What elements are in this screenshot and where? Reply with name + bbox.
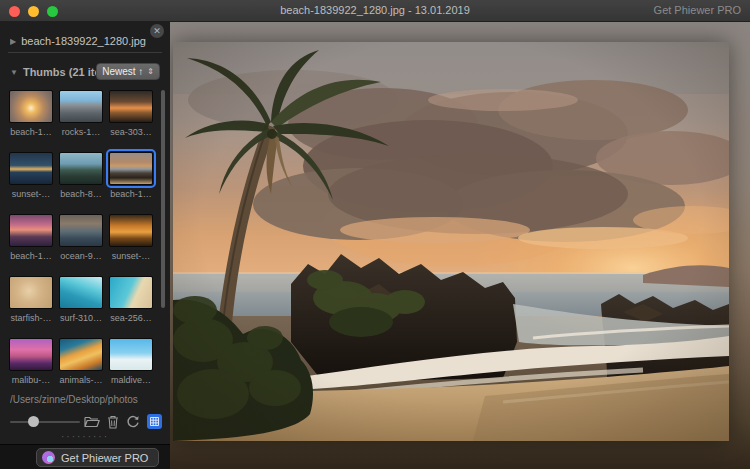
thumbnail-item[interactable]: animals-… (59, 338, 103, 385)
zoom-window-button[interactable] (47, 6, 58, 17)
thumbnail-label: sunset-… (9, 189, 53, 199)
thumbnail-image[interactable] (9, 214, 53, 247)
thumbnail-item[interactable]: surf-310… (59, 276, 103, 323)
window-title: beach-1839922_1280.jpg - 13.01.2019 (0, 0, 750, 21)
open-folder-icon[interactable] (84, 415, 100, 428)
titlebar: beach-1839922_1280.jpg - 13.01.2019 Get … (0, 0, 750, 22)
app-window: beach-1839922_1280.jpg - 13.01.2019 Get … (0, 0, 750, 469)
thumbnail-item[interactable]: sea-303… (109, 90, 153, 137)
thumbnail-item[interactable]: beach-1… (9, 90, 53, 137)
thumbnail-label: sea-303… (109, 127, 153, 137)
refresh-icon[interactable] (126, 415, 140, 429)
thumbs-view-toggle[interactable] (147, 414, 162, 429)
close-sidebar-icon[interactable]: ✕ (150, 24, 164, 38)
get-pro-link[interactable]: Get Phiewer PRO (654, 0, 741, 21)
thumbnail-image[interactable] (59, 276, 103, 309)
thumbnail-item[interactable]: rocks-1… (59, 90, 103, 137)
thumbnail-item[interactable]: sunset-… (109, 214, 153, 261)
get-pro-button-label: Get Phiewer PRO (61, 452, 148, 464)
thumbnail-label: beach-1… (9, 127, 53, 137)
thumbnail-label: ocean-9… (59, 251, 103, 261)
thumbnail-label: rocks-1… (59, 127, 103, 137)
thumbnail-image[interactable] (9, 152, 53, 185)
thumbnail-item[interactable]: ocean-9… (59, 214, 103, 261)
disclosure-expanded-icon[interactable]: ▼ (10, 68, 18, 77)
sidebar: ✕ ▶beach-1839922_1280.jpg ▼Thumbs (21 it… (0, 22, 170, 469)
thumbnail-label: beach-8… (59, 189, 103, 199)
sort-dropdown[interactable]: Newest ↑ ⇕ (96, 63, 160, 80)
current-file-row[interactable]: ▶beach-1839922_1280.jpg (10, 35, 146, 47)
thumbnail-item[interactable]: beach-1… (109, 152, 153, 199)
thumbnail-image[interactable] (109, 90, 153, 123)
thumbnail-image[interactable] (59, 152, 103, 185)
thumbnail-image[interactable] (109, 276, 153, 309)
sort-dropdown-label: Newest ↑ (102, 66, 143, 77)
current-file-name: beach-1839922_1280.jpg (21, 35, 146, 47)
phiewer-app-icon (42, 451, 55, 464)
thumbnail-item[interactable]: beach-1… (9, 214, 53, 261)
thumb-size-slider-knob[interactable] (28, 416, 39, 427)
image-viewer-backdrop (170, 22, 750, 469)
close-window-button[interactable] (9, 6, 20, 17)
thumbnail-image[interactable] (9, 338, 53, 371)
thumbnail-image-selected[interactable] (109, 152, 153, 185)
stepper-arrows-icon: ⇕ (147, 67, 154, 76)
resize-handle[interactable]: ········· (0, 433, 170, 441)
bottom-bar: Get Phiewer PRO (0, 444, 170, 469)
thumbnail-label: sunset-… (109, 251, 153, 261)
thumbnail-label: malibu-… (9, 375, 53, 385)
divider (8, 52, 162, 53)
thumbnail-grid: beach-1…rocks-1…sea-303…sunset-…beach-8…… (9, 90, 155, 385)
thumbnail-image[interactable] (59, 338, 103, 371)
thumbnail-image[interactable] (109, 214, 153, 247)
thumbnail-image[interactable] (59, 214, 103, 247)
thumbnail-image[interactable] (109, 338, 153, 371)
minimize-window-button[interactable] (28, 6, 39, 17)
thumbnail-label: beach-1… (109, 189, 153, 199)
thumbnail-item[interactable]: malibu-… (9, 338, 53, 385)
thumbnail-label: starfish-… (9, 313, 53, 323)
thumb-size-slider[interactable] (10, 421, 80, 423)
sidebar-toolbar (8, 412, 162, 432)
get-pro-button[interactable]: Get Phiewer PRO (36, 448, 159, 467)
thumbnail-item[interactable]: beach-8… (59, 152, 103, 199)
thumbnail-image[interactable] (9, 90, 53, 123)
grid-icon (150, 417, 159, 426)
thumbnail-image[interactable] (9, 276, 53, 309)
thumbnail-item[interactable]: sea-256… (109, 276, 153, 323)
trash-icon[interactable] (107, 415, 119, 429)
thumbnail-label: beach-1… (9, 251, 53, 261)
thumbnail-label: sea-256… (109, 313, 153, 323)
thumbnail-item[interactable]: maldive… (109, 338, 153, 385)
main-photo (173, 42, 729, 441)
traffic-lights (9, 6, 58, 17)
thumbnail-label: maldive… (109, 375, 153, 385)
thumbnail-label: animals-… (59, 375, 103, 385)
disclosure-collapsed-icon[interactable]: ▶ (10, 37, 16, 46)
thumbnail-image[interactable] (59, 90, 103, 123)
thumbnail-label: surf-310… (59, 313, 103, 323)
thumbs-scrollbar[interactable] (161, 90, 165, 308)
thumbnail-item[interactable]: starfish-… (9, 276, 53, 323)
thumbnail-item[interactable]: sunset-… (9, 152, 53, 199)
folder-path: /Users/zinne/Desktop/photos (10, 394, 164, 405)
